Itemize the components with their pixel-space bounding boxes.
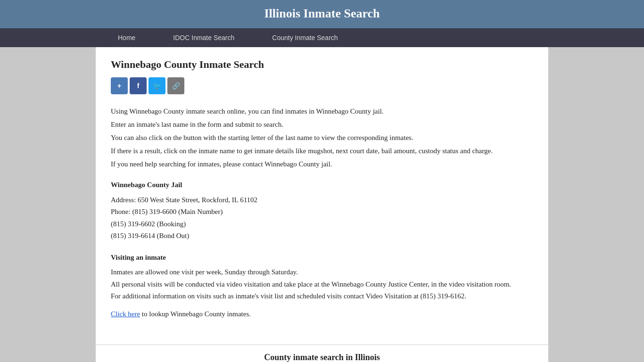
nav-item-county[interactable]: County Inmate Search <box>253 28 356 47</box>
jail-phone-booking: (815) 319-6602 (Booking) <box>111 218 533 230</box>
description-line: If there is a result, click on the inmat… <box>111 145 533 156</box>
main-content: Winnebago County Inmate Search +f🐦🔗 Usin… <box>96 47 548 333</box>
visiting-line: Inmates are allowed one visit per week, … <box>111 266 533 279</box>
share-btn-twitter[interactable]: 🐦 <box>149 77 165 94</box>
site-header: Illinois Inmate Search <box>0 0 644 28</box>
description-line: You can also click on the button with th… <box>111 132 533 143</box>
jail-address: Address: 650 West State Street, Rockford… <box>111 194 533 206</box>
description-section: Using Winnebago County inmate search onl… <box>111 106 533 170</box>
nav-item-idoc[interactable]: IDOC Inmate Search <box>154 28 253 47</box>
lookup-link-section: Click here to lookup Winnebago County in… <box>111 310 533 318</box>
site-title: Illinois Inmate Search <box>0 7 644 21</box>
share-btn-share[interactable]: + <box>111 77 128 94</box>
main-nav: HomeIDOC Inmate SearchCounty Inmate Sear… <box>0 28 644 47</box>
share-btn-facebook[interactable]: f <box>130 77 147 94</box>
visiting-line: All personal visits will be conducted vi… <box>111 279 533 291</box>
page-wrapper: Winnebago County Inmate Search +f🐦🔗 Usin… <box>96 47 548 362</box>
visiting-line: For additional information on visits suc… <box>111 290 533 303</box>
county-footer-title: County inmate search in Illinois <box>264 353 380 362</box>
jail-phone-bond: (815) 319-6614 (Bond Out) <box>111 230 533 242</box>
share-buttons: +f🐦🔗 <box>111 77 533 94</box>
jail-info-section: Winnebago County Jail Address: 650 West … <box>111 179 533 242</box>
lookup-link-suffix: to lookup Winnebago County inmates. <box>140 310 251 318</box>
visiting-info-section: Visiting an inmate Inmates are allowed o… <box>111 252 533 303</box>
description-line: Using Winnebago County inmate search onl… <box>111 106 533 117</box>
description-line: Enter an inmate's last name in the form … <box>111 119 533 130</box>
jail-phone-main: Phone: (815) 319-6600 (Main Number) <box>111 206 533 218</box>
jail-section-title: Winnebago County Jail <box>111 179 533 191</box>
county-footer: County inmate search in Illinois <box>96 345 548 362</box>
share-btn-copy-link[interactable]: 🔗 <box>167 77 184 94</box>
page-title: Winnebago County Inmate Search <box>111 58 533 71</box>
visiting-section-title: Visiting an inmate <box>111 252 533 264</box>
lookup-link[interactable]: Click here <box>111 310 140 318</box>
nav-item-home[interactable]: Home <box>99 28 154 47</box>
description-line: If you need help searching for inmates, … <box>111 158 533 170</box>
